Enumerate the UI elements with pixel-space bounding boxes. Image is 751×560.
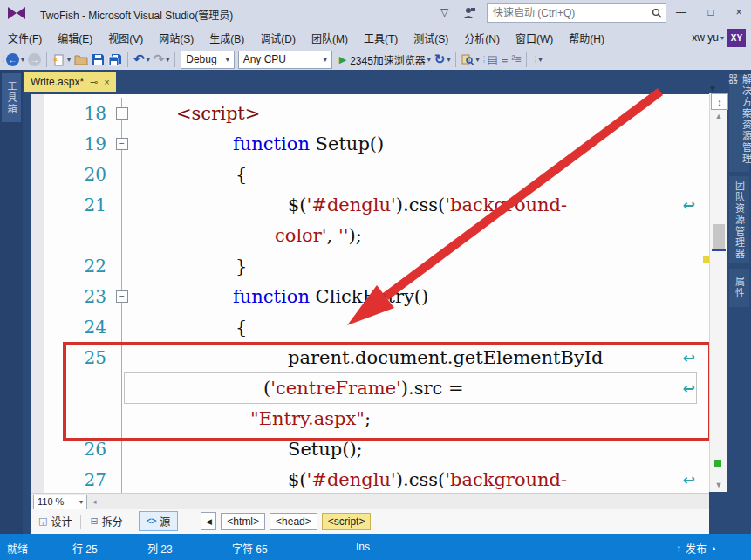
user-dropdown-caret[interactable]: ▾ bbox=[720, 34, 724, 42]
document-icon: ▤ bbox=[488, 53, 498, 66]
code-line[interactable]: 20{ bbox=[31, 159, 709, 189]
run-dropdown-caret[interactable]: ▾ bbox=[427, 56, 431, 64]
format-selection-button[interactable]: ²≡ bbox=[509, 50, 522, 69]
toolbar-grip[interactable]: ⁞ bbox=[482, 54, 483, 65]
menu-item[interactable]: 编辑(E) bbox=[50, 26, 100, 49]
maximize-button[interactable]: □ bbox=[698, 2, 724, 23]
sidebar-item-solution-explorer[interactable]: 解决方案资源管理器 bbox=[729, 74, 749, 172]
tab-write-aspx[interactable]: Write.aspx* ⊸ × bbox=[24, 72, 116, 92]
undo-button[interactable]: ↶ ▾ bbox=[132, 50, 152, 69]
line-number: 26 bbox=[31, 439, 112, 460]
code-segment: } bbox=[236, 256, 247, 277]
code-line[interactable]: 23−function ClickEntry() bbox=[31, 281, 709, 311]
menu-item[interactable]: 调试(D) bbox=[252, 26, 304, 49]
new-file-dropdown-caret[interactable]: ▾ bbox=[67, 56, 71, 64]
navigate-back-button[interactable]: ← ▾ bbox=[4, 50, 26, 69]
minimize-button[interactable]: — bbox=[668, 2, 694, 23]
feedback-person-icon[interactable] bbox=[463, 7, 476, 19]
solution-configuration-dropdown[interactable]: Debug ▾ bbox=[181, 51, 234, 69]
menu-item[interactable]: 团队(M) bbox=[304, 26, 356, 49]
navigate-forward-button[interactable]: → bbox=[26, 50, 43, 69]
tab-close-icon[interactable]: × bbox=[104, 77, 109, 87]
new-file-button[interactable]: ▾ bbox=[51, 50, 72, 69]
toolbar-grip[interactable]: ⁞ bbox=[2, 54, 3, 65]
annotation-rectangle bbox=[63, 342, 709, 441]
breadcrumb-item[interactable]: <script> bbox=[322, 513, 372, 530]
redo-button[interactable]: ↷ ▾ bbox=[152, 50, 172, 69]
solution-platform-dropdown[interactable]: Any CPU ▾ bbox=[238, 51, 332, 69]
scrollbar-thumb[interactable] bbox=[713, 224, 725, 250]
view-separator bbox=[80, 515, 81, 529]
publish-button[interactable]: ↑ 发布 ▲ bbox=[676, 541, 717, 556]
code-editor[interactable]: 18−<script>19−function Setup()20{21$('#d… bbox=[31, 94, 709, 493]
code-line[interactable]: 24{ bbox=[31, 311, 709, 342]
code-segment: '#denglu' bbox=[307, 195, 396, 215]
design-view-button[interactable]: ◱ 设计 bbox=[31, 512, 79, 530]
start-debugging-button[interactable]: ▶ 2345加速浏览器 ▾ bbox=[338, 50, 433, 69]
quick-launch-search[interactable] bbox=[487, 3, 666, 23]
collapse-region-icon[interactable]: − bbox=[116, 290, 128, 303]
menu-item[interactable]: 帮助(H) bbox=[561, 26, 612, 49]
code-segment: 'background- bbox=[445, 195, 567, 215]
editor-corner-caret-icon[interactable]: ▼ bbox=[708, 84, 717, 93]
document-outline-button[interactable]: ▤ bbox=[486, 50, 500, 69]
breadcrumb-item[interactable]: <html> bbox=[221, 513, 265, 530]
refresh-icon: ↻ bbox=[434, 51, 446, 67]
menu-item[interactable]: 文件(F) bbox=[0, 26, 50, 49]
breadcrumb-back-button[interactable]: ◀ bbox=[201, 512, 216, 530]
open-file-button[interactable] bbox=[72, 50, 90, 69]
save-button[interactable] bbox=[90, 50, 106, 69]
sidebar-item-toolbox[interactable]: 工具箱 bbox=[2, 73, 21, 122]
undo-dropdown-caret[interactable]: ▾ bbox=[147, 56, 150, 64]
refresh-dropdown-caret[interactable]: ▾ bbox=[447, 56, 450, 64]
menu-item[interactable]: 分析(N) bbox=[456, 26, 508, 49]
zoom-level-dropdown[interactable]: 110 % ▾ bbox=[33, 495, 87, 509]
menu-item[interactable]: 生成(B) bbox=[201, 26, 252, 49]
scrollbar-map-line bbox=[712, 249, 726, 251]
menu-item[interactable]: 窗口(W) bbox=[508, 26, 561, 49]
back-dropdown-caret[interactable]: ▾ bbox=[21, 56, 24, 64]
code-segment: ).css( bbox=[396, 469, 445, 490]
save-all-button[interactable] bbox=[106, 50, 124, 69]
split-view-button[interactable]: ⊟ 拆分 bbox=[83, 512, 129, 530]
code-line[interactable]: 22} bbox=[31, 250, 709, 281]
code-segment: '' bbox=[338, 225, 349, 246]
word-wrap-icon: ↩ bbox=[683, 471, 695, 488]
menu-item[interactable]: 测试(S) bbox=[406, 26, 456, 49]
code-line[interactable]: 27$('#denglu').css('background-↩ bbox=[31, 464, 709, 493]
scroll-down-icon[interactable]: ▼ bbox=[710, 481, 727, 489]
menu-item[interactable]: 视图(V) bbox=[100, 26, 151, 49]
line-number: 23 bbox=[31, 286, 112, 307]
collapse-region-icon[interactable]: − bbox=[116, 107, 128, 120]
format-document-button[interactable]: ≡ bbox=[500, 50, 510, 69]
pin-icon[interactable]: ⊸ bbox=[90, 77, 98, 88]
avatar[interactable]: XY bbox=[727, 29, 746, 47]
editor-zoom-row: 110 % ▾ ◂ bbox=[31, 493, 709, 509]
user-name[interactable]: xw yu bbox=[692, 31, 719, 44]
feedback-flag-icon[interactable]: ▽ bbox=[440, 6, 448, 18]
refresh-button[interactable]: ↻ ▾ bbox=[433, 50, 453, 69]
code-line[interactable]: 19−function Setup() bbox=[31, 128, 709, 159]
line-number: 20 bbox=[31, 164, 112, 185]
collapse-region-icon[interactable]: − bbox=[116, 138, 128, 150]
code-line[interactable]: 18−<script> bbox=[31, 98, 709, 128]
code-line[interactable]: color', ''); bbox=[31, 220, 709, 250]
code-segment: $( bbox=[288, 469, 307, 490]
breadcrumb-item[interactable]: <head> bbox=[270, 513, 317, 530]
find-in-files-button[interactable]: ▾ bbox=[460, 50, 481, 69]
sidebar-item-properties[interactable]: 属性 bbox=[729, 269, 749, 307]
sidebar-item-team-explorer[interactable]: 团队资源管理器 bbox=[729, 176, 749, 263]
menu-item[interactable]: 网站(S) bbox=[151, 26, 201, 49]
scroll-left-icon[interactable]: ◂ bbox=[92, 497, 97, 506]
code-segment: ).css( bbox=[396, 195, 445, 215]
save-all-icon bbox=[108, 53, 122, 66]
source-view-button[interactable]: <> 源 bbox=[139, 511, 179, 531]
menu-item[interactable]: 工具(T) bbox=[356, 26, 406, 49]
search-input[interactable] bbox=[491, 6, 652, 20]
find-dropdown-caret[interactable]: ▾ bbox=[475, 56, 479, 64]
close-button[interactable]: × bbox=[726, 2, 751, 23]
code-line[interactable]: 21$('#denglu').css('background-↩ bbox=[31, 189, 709, 220]
fold-margin: − bbox=[112, 107, 133, 120]
toolbar-overflow-button[interactable]: ⁞ ▾ bbox=[530, 50, 543, 69]
redo-dropdown-caret[interactable]: ▾ bbox=[166, 56, 169, 64]
